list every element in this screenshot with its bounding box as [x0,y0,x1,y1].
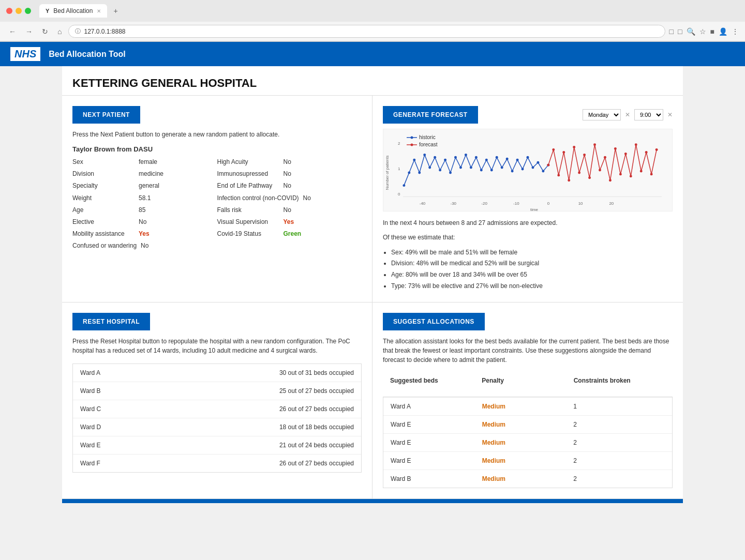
ward-occupancy: 25 out of 27 beds occupied [279,387,354,395]
detail-value: No [284,157,291,167]
header-penalty: Penalty [482,377,573,384]
minimize-dot[interactable] [16,8,22,14]
suggest-allocations-panel: SUGGEST ALLOCATIONS The allocation assis… [373,302,683,499]
ward-name: Ward F [80,460,100,467]
suggestion-ward: Ward B [391,475,482,482]
zoom-icon[interactable]: 🔍 [687,27,695,36]
svg-point-42 [547,164,549,167]
next-patient-description: Press the Next Patient button to generat… [72,130,362,139]
detail-label: Immunosupressed [217,169,279,179]
home-button[interactable]: ⌂ [55,26,64,37]
suggestion-constraints: 2 [573,439,665,446]
detail-value: Yes [284,217,294,227]
ward-row: Ward D18 out of 18 beds occupied [73,418,361,436]
bookmark-icon[interactable]: ☆ [699,27,706,36]
next-patient-button[interactable]: NEXT PATIENT [72,106,140,124]
svg-point-17 [423,154,426,156]
detail-value: 58.1 [139,193,151,203]
suggestion-penalty: Medium [482,457,574,464]
detail-label: Visual Supervision [217,217,279,227]
extensions-icon[interactable]: □ [678,27,682,36]
maximize-dot[interactable] [25,8,31,14]
suggestion-constraints: 2 [573,475,665,482]
suggest-allocations-button[interactable]: SUGGEST ALLOCATIONS [383,313,485,330]
svg-point-40 [542,170,544,173]
svg-text:-20: -20 [481,201,487,206]
svg-point-44 [557,174,560,176]
ward-name: Ward D [80,423,101,431]
forecast-header: GENERATE FORECAST Monday ✕ 9:00 ✕ [383,106,673,124]
tab-title: Bed Allocation [53,7,93,14]
patient-detail-row: Weight58.1 [72,193,217,203]
main-wrapper: KETTERING GENERAL HOSPITAL NEXT PATIENT … [62,66,683,499]
patient-detail-row: Divisionmedicine [72,169,217,179]
svg-point-27 [475,156,478,159]
new-tab-button[interactable]: + [113,7,117,15]
svg-point-37 [527,156,529,159]
patient-detail-row: ElectiveNo [72,217,217,227]
ward-occupancy: 26 out of 27 beds occupied [279,460,354,467]
svg-point-31 [496,156,498,159]
forward-button[interactable]: → [23,26,35,37]
generate-forecast-button[interactable]: GENERATE FORECAST [383,106,478,124]
suggestion-constraints: 1 [573,403,665,410]
ward-table: Ward A30 out of 31 beds occupiedWard B25… [72,364,362,473]
browser-titlebar: Y Bed Allocation ✕ + [0,0,745,22]
cast-icon[interactable]: □ [669,27,674,36]
browser-tab[interactable]: Y Bed Allocation ✕ [39,4,107,18]
forecast-item-age: Age: 80% will be over 18 and 34% will be… [391,269,673,281]
back-button[interactable]: ← [6,26,19,37]
profile-icon[interactable]: 👤 [719,27,727,36]
svg-point-53 [604,156,606,159]
address-bar[interactable]: ⓘ 127.0.0.1:8888 [68,25,665,38]
svg-text:-30: -30 [451,201,457,206]
close-dot[interactable] [6,8,12,14]
forecast-item-division: Division: 48% will be medical and 52% wi… [391,258,673,269]
svg-point-39 [537,161,539,164]
menu-icon[interactable]: ⋮ [732,27,739,36]
suggestion-row: Ward AMedium1 [383,397,672,415]
toolbar-icons: □ □ 🔍 ☆ ■ 👤 ⋮ [669,27,739,36]
detail-value: No [284,169,291,179]
tab-close-icon[interactable]: ✕ [97,8,101,14]
detail-value: general [139,181,159,191]
header-constraints: Constraints broken [574,377,665,384]
day-select[interactable]: Monday [583,109,621,120]
svg-point-29 [485,159,488,161]
svg-point-33 [506,158,509,160]
detail-label: Infection control (non-COVID) [217,193,299,203]
suggestion-ward: Ward A [391,403,482,410]
svg-text:0: 0 [547,201,550,206]
detail-label: Specialty [72,181,135,191]
svg-point-25 [465,154,467,156]
footer-bar [62,499,683,503]
reset-hospital-button[interactable]: RESET HOSPITAL [72,313,150,330]
url-text: 127.0.0.1:8888 [84,28,125,35]
detail-label: Age [72,205,135,215]
patient-detail-row: Confused or wanderingNo [72,241,217,251]
time-clear-icon[interactable]: ✕ [667,111,673,118]
suggestion-penalty: Medium [482,439,574,446]
patient-detail-row: High AcuityNo [217,157,362,167]
svg-text:10: 10 [578,201,583,206]
svg-text:-10: -10 [513,201,519,206]
svg-point-59 [635,143,637,146]
patient-detail-row: Falls riskNo [217,205,362,215]
time-select[interactable]: 9:00 [634,109,663,120]
forecast-item-type: Type: 73% will be elective and 27% will … [391,281,673,292]
svg-point-34 [511,170,514,173]
svg-point-62 [650,173,653,175]
suggest-table-header: Suggested beds Penalty Constraints broke… [383,373,673,388]
svg-text:0: 0 [398,192,400,196]
svg-point-21 [444,159,446,161]
ward-row: Ward B25 out of 27 beds occupied [73,382,361,400]
detail-label: High Acuity [217,157,279,167]
forecast-text: In the next 4 hours between 8 and 27 adm… [383,218,673,292]
refresh-button[interactable]: ↻ [39,26,51,37]
svg-point-15 [413,159,415,161]
day-clear-icon[interactable]: ✕ [625,111,630,118]
puzzle-icon[interactable]: ■ [710,27,714,36]
svg-point-38 [531,167,534,169]
patient-details-left: SexfemaleDivisionmedicineSpecialtygenera… [72,157,217,251]
forecast-item-sex: Sex: 49% will be male and 51% will be fe… [391,247,673,259]
